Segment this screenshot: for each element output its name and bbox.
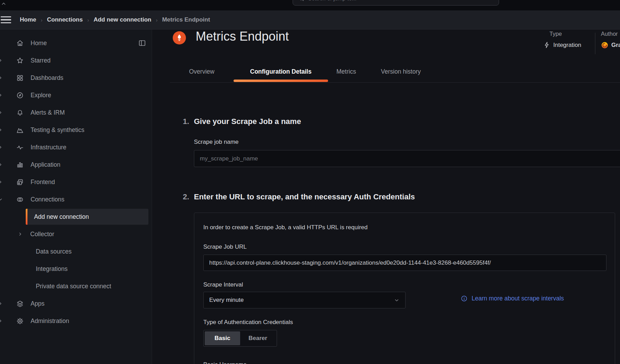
scrape-job-name-input[interactable] bbox=[194, 150, 620, 167]
prometheus-icon bbox=[173, 31, 186, 44]
scrape-job-url-label: Scrape Job URL bbox=[203, 243, 247, 250]
scrape-interval-label: Scrape Interval bbox=[203, 281, 243, 288]
breadcrumb-bar: Home › Connections › Add new connection … bbox=[0, 10, 620, 30]
author-label: Author bbox=[601, 31, 618, 37]
expand-chevron-icon[interactable] bbox=[0, 58, 3, 63]
tab-configuration-details[interactable]: Configuration Details bbox=[235, 68, 327, 75]
type-value: Integration bbox=[543, 41, 581, 49]
sidebar-item-collector[interactable]: Collector bbox=[0, 225, 152, 243]
home-icon bbox=[16, 39, 24, 47]
header-divider bbox=[595, 33, 595, 54]
sidebar-item-starred[interactable]: Starred bbox=[0, 52, 152, 69]
connections-icon bbox=[16, 196, 24, 204]
caret-up-icon bbox=[1, 1, 7, 7]
tab-version-history[interactable]: Version history bbox=[381, 68, 421, 75]
sidebar-item-alerts-irm[interactable]: Alerts & IRM bbox=[0, 104, 152, 121]
expand-chevron-icon[interactable] bbox=[0, 127, 3, 133]
expand-chevron-icon[interactable] bbox=[0, 301, 3, 306]
auth-bearer-button[interactable]: Bearer bbox=[240, 331, 276, 345]
chevron-down-icon bbox=[394, 297, 400, 303]
expand-chevron-icon[interactable] bbox=[0, 162, 3, 167]
section-1-number: 1. bbox=[183, 117, 189, 126]
auth-basic-button[interactable]: Basic bbox=[205, 331, 240, 345]
dashboards-icon bbox=[16, 74, 24, 82]
collapse-sidebar-icon[interactable] bbox=[138, 39, 146, 47]
search-icon bbox=[298, 0, 305, 2]
https-required-note: In order to create a Scrape Job, a valid… bbox=[203, 224, 368, 231]
grafana-logo-icon bbox=[601, 41, 609, 49]
bolt-icon bbox=[543, 41, 550, 49]
sidebar-item-application[interactable]: Application bbox=[0, 156, 152, 173]
gear-icon bbox=[16, 317, 24, 325]
scrape-job-name-label: Scrape job name bbox=[194, 139, 239, 146]
breadcrumb-separator: › bbox=[41, 17, 42, 23]
breadcrumb-separator: › bbox=[156, 17, 157, 23]
tabs-divider bbox=[170, 82, 620, 83]
expand-chevron-icon[interactable] bbox=[17, 231, 23, 237]
expand-chevron-icon[interactable] bbox=[0, 179, 3, 185]
expand-chevron-icon[interactable] bbox=[0, 75, 3, 81]
sidebar-item-infrastructure[interactable]: Infrastructure bbox=[0, 139, 152, 156]
section-2-number: 2. bbox=[183, 192, 189, 201]
sidebar-item-connections[interactable]: Connections bbox=[0, 191, 152, 208]
sidebar-nav: Home Starred Dashboards Explore Alerts &… bbox=[0, 30, 152, 364]
breadcrumb-add-new-connection[interactable]: Add new connection bbox=[93, 16, 151, 23]
auth-type-toggle: Basic Bearer bbox=[203, 330, 277, 347]
sidebar-item-testing-synthetics[interactable]: Testing & synthetics bbox=[0, 121, 152, 139]
search-input[interactable]: Search or jump to... bbox=[293, 0, 499, 6]
breadcrumb-current: Metrics Endpoint bbox=[162, 16, 210, 23]
sidebar-item-home[interactable]: Home bbox=[0, 34, 152, 52]
type-label: Type bbox=[549, 31, 562, 37]
basic-username-label: Basic Username bbox=[203, 361, 247, 364]
breadcrumb-connections[interactable]: Connections bbox=[47, 16, 83, 23]
expand-chevron-icon[interactable] bbox=[0, 92, 3, 98]
pulse-icon bbox=[16, 143, 24, 151]
mountains-icon bbox=[16, 126, 24, 134]
sidebar-item-data-sources[interactable]: Data sources bbox=[0, 243, 152, 260]
top-strip: Search or jump to... bbox=[0, 0, 620, 10]
sidebar-item-private-data-source-connect[interactable]: Private data source connect bbox=[0, 278, 152, 295]
search-placeholder: Search or jump to... bbox=[308, 0, 357, 2]
tab-overview[interactable]: Overview bbox=[189, 68, 214, 75]
compass-icon bbox=[16, 91, 24, 99]
bar-chart-icon bbox=[16, 161, 24, 169]
apps-icon bbox=[16, 300, 24, 308]
frontend-icon bbox=[16, 178, 24, 186]
scrape-interval-select[interactable]: Every minute bbox=[203, 292, 406, 308]
sidebar-item-integrations[interactable]: Integrations bbox=[0, 260, 152, 278]
breadcrumb: Home › Connections › Add new connection … bbox=[20, 16, 210, 23]
grafana-app: { "top": { "search_placeholder": "Search… bbox=[0, 0, 620, 364]
active-indicator bbox=[26, 209, 27, 225]
section-1-title: Give your Scrape Job a name bbox=[194, 117, 301, 126]
scrape-job-url-input[interactable] bbox=[203, 255, 606, 271]
expand-chevron-icon[interactable] bbox=[0, 144, 3, 150]
breadcrumb-separator: › bbox=[87, 17, 89, 23]
star-icon bbox=[16, 57, 24, 65]
sidebar-item-dashboards[interactable]: Dashboards bbox=[0, 69, 152, 86]
sidebar-item-apps[interactable]: Apps bbox=[0, 295, 152, 312]
sidebar-item-administration[interactable]: Administration bbox=[0, 312, 152, 330]
page-title: Metrics Endpoint bbox=[196, 29, 289, 44]
expand-chevron-icon[interactable] bbox=[0, 110, 3, 115]
breadcrumb-home[interactable]: Home bbox=[20, 16, 36, 23]
sidebar-item-frontend[interactable]: Frontend bbox=[0, 173, 152, 191]
active-tab-indicator bbox=[234, 80, 328, 82]
scrape-intervals-learn-more-link[interactable]: Learn more about scrape intervals bbox=[460, 295, 564, 302]
sidebar-item-add-new-connection[interactable]: Add new connection bbox=[26, 209, 148, 225]
author-value: Gra bbox=[601, 41, 620, 49]
info-icon bbox=[460, 295, 468, 302]
sidebar-item-explore[interactable]: Explore bbox=[0, 86, 152, 104]
bell-icon bbox=[16, 109, 24, 117]
section-2-title: Enter the URL to scrape, and the necessa… bbox=[194, 192, 415, 201]
tab-metrics[interactable]: Metrics bbox=[336, 68, 356, 75]
menu-icon[interactable] bbox=[1, 16, 13, 24]
expand-chevron-icon[interactable] bbox=[0, 318, 3, 324]
collapse-chevron-icon[interactable] bbox=[0, 197, 3, 202]
auth-type-label: Type of Authentication Credentials bbox=[203, 319, 293, 326]
